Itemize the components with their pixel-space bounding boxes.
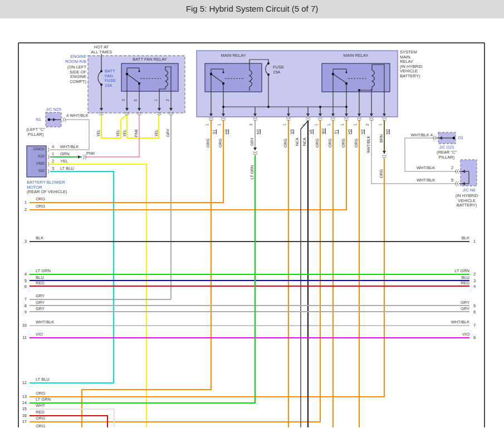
battfan-pin-3: 3 [121,99,125,101]
blower-wire-grn: GRN [60,152,70,157]
connector-symbols [53,108,465,186]
blower-wire-whtblk: WHT/BLK [60,145,79,150]
pin-num-t1: 1 [327,124,331,126]
pin-id-n3r[interactable]: N3 [385,129,389,134]
main-relay-right-title: MAIN RELAY [322,53,389,58]
left-label-8: GRY [36,301,45,306]
left-pin-1: 1 [19,200,27,205]
pin-id-w2[interactable]: W2 [321,129,325,135]
right-label-6: GRY [443,307,469,312]
blower-pin-num-3: 3 [52,166,54,171]
wire-label-yel-4: YEL [154,130,158,137]
batt-fan-fuse-label[interactable]: BATT FAN FUSE 10A [105,69,116,88]
wire-label-org-h4: ORG [218,139,222,147]
left-label-14: LT GRN [36,397,51,402]
pin-num-v4: 1 [282,124,286,126]
battfan-pin-5: 5 [134,99,138,101]
engine-room-location-label: (ON LEFT SIDE OF ENGINE COMPT) [57,65,86,84]
pin-num-h4: 1 [217,124,221,126]
left-label-13: ORG [36,391,45,396]
left-pin-16: 16 [19,413,27,418]
battfan-pin-2: 2 [165,99,169,101]
main-relay-left-title: MAIN RELAY [200,53,267,58]
right-pin-1: 1 [473,239,476,244]
left-label-3: BLK [36,236,43,241]
pin-id-v2[interactable]: V2 [360,129,364,134]
right-label-4: RED [443,281,469,286]
jc-n6-wire-2-num: 2 [451,166,453,171]
left-label-1: ORG [36,197,45,202]
wire-label-org-lower: ORG [379,169,383,178]
blower-location: (REAR OF VEHICLE) [27,190,67,195]
left-pin-2: 2 [19,207,27,212]
blower-wire-yel: YEL [60,159,68,164]
jc-o21-pin-o1[interactable]: O1 [458,136,463,141]
pin-id-h3[interactable]: H3 [348,129,351,134]
pin-num-n3l: 3 [249,124,253,126]
pin-id-t1[interactable]: T1 [334,130,338,134]
battfan-pin-1: 1 [154,99,158,101]
jc-n29-title[interactable]: J/C N29 [41,107,66,112]
wire-label-whtblk-2: WHT/BLK [366,136,370,153]
wire-label-yel-3: YEL [123,130,126,137]
right-pin-4: 4 [473,284,476,289]
left-pin-8: 8 [19,303,27,308]
left-label-12: LT BLU [36,377,50,382]
pin-num-n3r: 1 [378,124,382,126]
jc-n6-wire-5-num: 5 [451,178,453,183]
left-pin-7: 7 [19,297,27,302]
blower-title[interactable]: BATTERY BLOWER MOTOR [27,180,65,190]
wire-label-nca-2: NCA [302,137,306,146]
pin-id-v6[interactable]: V6 [309,129,313,134]
left-pin-6: 6 [19,284,27,289]
pin-num-v6: 1 [302,124,306,126]
right-pin-8: 8 [473,336,476,341]
jc-n29-location: (LEFT "C" PILLAR) [20,127,51,137]
left-label-9: GRY [36,307,45,312]
pin-id-h4[interactable]: H4 [224,129,228,134]
pin-num-h3: 1 [340,124,344,126]
left-label-10: WHT/BLK [36,320,54,325]
jc-n29-wire-label: 4 WHT/BLK [66,114,89,119]
engine-room-rb-label[interactable]: ENGINE ROOM R/B [57,55,86,64]
left-pin-14: 14 [19,400,27,405]
right-label-5: GRY [443,301,469,306]
wires [30,115,469,427]
pin-id-v4[interactable]: V4 [290,129,293,134]
wiring-diagram-page: Fig 5: Hybrid System Circuit (5 of 7) [0,0,504,438]
pin-id-n3l[interactable]: N3 [256,129,260,134]
left-pin-15: 15 [19,406,27,411]
blower-pin-arcs [48,147,49,174]
wire-label-org-s1: ORG [206,139,210,147]
left-pin-4: 4 [19,272,27,277]
jc-n6-wire-5-label: WHT/BLK [417,178,435,183]
jc-n6-wire-2-label: WHT/BLK [417,166,435,171]
wire-13 [30,159,384,397]
left-pin-9: 9 [19,309,27,314]
main-relay-left-box [205,63,262,92]
wire-label-gry: GRY [166,129,170,137]
left-label-6: RED [36,281,45,286]
left-label-17: ORG [36,416,45,421]
wire-2 [30,121,346,210]
wire-label-org-t1: ORG [328,139,332,147]
left-label-18: ORG [36,424,45,429]
wire-label-brn: BRN [379,134,383,142]
jc-n29-pin-n1[interactable]: N1 [36,117,41,122]
pin-num-v2: 1 [353,124,357,126]
right-label-2: LT GRN [443,269,469,274]
jc-o21-location: (REAR "C" PILLAR) [430,150,463,160]
system-main-relay-note: SYSTEM MAIN RELAY (IN HYBRID VEHICLE BAT… [400,50,422,79]
blower-pin-si0: SI0 [28,169,45,174]
right-pin-7: 7 [473,323,476,328]
right-label-8: VIO [443,332,469,337]
blower-pin-num-1: 1 [52,152,54,157]
blower-pin-ig0: IG0 [28,154,45,159]
left-pin-11: 11 [19,335,27,340]
pin-num-w2: 1 [314,124,318,126]
batt-fan-relay-title: BATT FAN RELAY [116,57,183,62]
pin-id-s1[interactable]: S1 [212,129,216,134]
wire-label-org-v2: ORG [354,139,358,147]
left-label-7: GRY [36,294,45,299]
jc-n6-title[interactable]: J/C N6 [454,188,483,193]
